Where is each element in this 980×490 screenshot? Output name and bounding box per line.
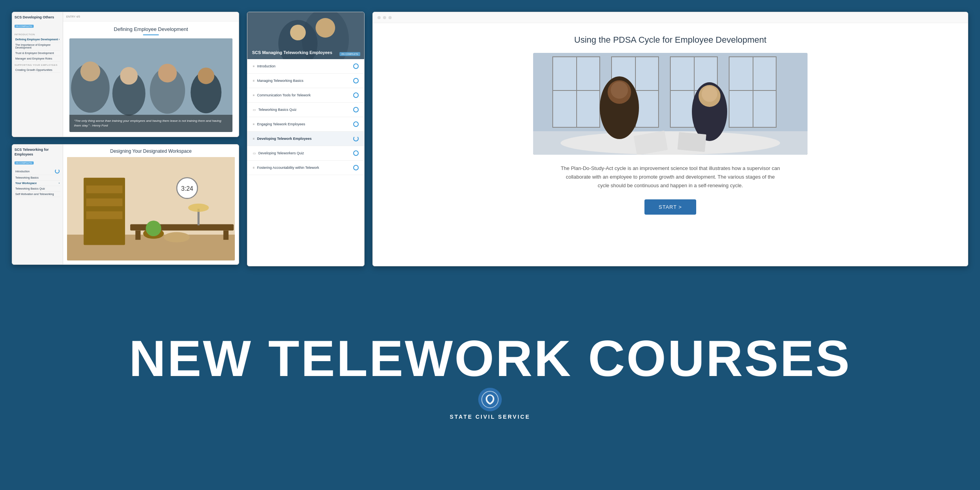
sidebar-item-creating[interactable]: Creating Growth Opportunities [15, 67, 60, 73]
browser-dot-2 [383, 16, 386, 19]
mid-menu-icon-quiz2: ▭ [253, 152, 256, 155]
sidebar-teleworking: SCS Teleworking for Employees IN COMPLET… [12, 145, 63, 264]
svg-point-22 [188, 204, 209, 212]
badge-developing: IN COMPLETE [15, 25, 34, 28]
main-developing-others: ENTRY 4/5 Defining Employee Development [63, 12, 239, 137]
indicator-accountability [353, 165, 359, 170]
svg-rect-44 [729, 90, 776, 91]
mid-menu-item-intro[interactable]: ≡ Introduction [247, 59, 364, 74]
mid-menu-icon-quiz1: ▭ [253, 108, 256, 112]
slide-image-developing: "The only thing worse than training your… [69, 38, 232, 132]
sidebar-item-quiz-tele[interactable]: Teleworking Basics Quiz [15, 186, 60, 192]
sidebar-item-basics-tele[interactable]: Teleworking Basics [15, 175, 60, 181]
mid-menu-icon-engaging: ≡ [253, 123, 255, 126]
mid-menu-icon-basics: ≡ [253, 79, 255, 83]
mid-menu-item-developing[interactable]: ≡ Developing Telework Employees [247, 132, 364, 146]
sidebar-item-workspace[interactable]: Your Workspace › [15, 181, 60, 186]
main-container: SCS Developing Others IN COMPLETE INTROD… [0, 0, 980, 490]
indicator-basics [353, 78, 359, 83]
right-header-bar [373, 12, 968, 23]
mid-menu: ≡ Introduction ≡ Managing Teleworking Ba… [247, 59, 364, 266]
start-button[interactable]: START > [644, 199, 696, 215]
screenshot-developing-others: SCS Developing Others IN COMPLETE INTROD… [12, 12, 239, 137]
sidebar-item-motivation[interactable]: Self Motivation and Teleworking [15, 192, 60, 197]
scs-logo-inner [481, 391, 499, 408]
svg-point-30 [290, 25, 306, 40]
scs-logo-circle [478, 388, 502, 411]
sidebar-item-importance[interactable]: The Importance of Employee Development [15, 42, 60, 51]
mid-menu-icon-intro: ≡ [253, 65, 255, 68]
svg-point-2 [80, 61, 100, 81]
right-column: Using the PDSA Cycle for Employee Develo… [372, 12, 968, 266]
sidebar-item-trust[interactable]: Trust & Employee Development [15, 51, 60, 56]
mid-course-title: SCS Managing Teleworking Employees [252, 50, 332, 55]
browser-dot-3 [388, 16, 392, 19]
pdsa-title: Using the PDSA Cycle for Employee Develo… [574, 35, 766, 45]
content-developing: Defining Employee Development [63, 22, 239, 137]
sidebar-item-defining[interactable]: Defining Employee Development › [15, 37, 60, 42]
badge-teleworking: IN COMPLETE [15, 161, 34, 165]
svg-point-45 [561, 131, 780, 155]
title-underline [143, 34, 159, 35]
svg-point-24 [146, 221, 162, 236]
sidebar-title-teleworking: SCS Teleworking for Employees [15, 148, 60, 157]
svg-rect-14 [86, 199, 122, 206]
svg-point-48 [611, 81, 628, 99]
workspace-title: Designing Your Designated Workspace [110, 148, 192, 154]
screenshot-teleworking-employees: SCS Teleworking for Employees IN COMPLET… [12, 144, 239, 265]
indicator-engaging [353, 121, 359, 127]
workspace-image: 3:24 [67, 157, 235, 260]
mid-menu-icon-comms: ≡ [253, 94, 255, 97]
sidebar-item-intro-tele[interactable]: Introduction [15, 168, 60, 175]
svg-point-8 [198, 68, 214, 84]
screenshot-managing-telework: SCS Managing Teleworking Employees 0% CO… [247, 12, 365, 266]
indicator-quiz1 [353, 107, 359, 112]
mid-course-badge: 0% COMPLETE [339, 52, 360, 56]
mid-menu-icon-accountability: ≡ [253, 166, 255, 170]
mid-menu-item-quiz2[interactable]: ▭ Developing Teleworkers Quiz [247, 146, 364, 161]
bottom-banner: NEW TELEWORK COURSES STATE CIVIL SERVICE [0, 266, 980, 490]
sidebar-title-developing: SCS Developing Others [15, 15, 60, 20]
mid-menu-item-engaging[interactable]: ≡ Engaging Telework Employees [247, 117, 364, 132]
section-label-supporting: SUPPORTING YOUR EMPLOYEES [15, 64, 60, 66]
svg-rect-53 [677, 132, 706, 152]
svg-rect-19 [135, 230, 140, 240]
mid-menu-icon-developing: ≡ [253, 137, 255, 141]
screenshot-pdsa: Using the PDSA Cycle for Employee Develo… [372, 12, 968, 266]
quote-overlay: "The only thing worse than training your… [69, 115, 232, 132]
indicator-quiz2 [353, 150, 359, 156]
svg-rect-34 [576, 57, 577, 127]
sidebar-item-manager[interactable]: Manager and Employee Roles [15, 56, 60, 61]
left-column: SCS Developing Others IN COMPLETE INTROD… [12, 12, 239, 266]
svg-text:3:24: 3:24 [181, 185, 193, 192]
svg-rect-13 [86, 186, 122, 193]
svg-point-28 [316, 18, 335, 38]
mid-menu-item-comms[interactable]: ≡ Communication Tools for Telework [247, 88, 364, 103]
section-label-intro: INTRODUCTION [15, 33, 60, 36]
svg-rect-43 [753, 57, 753, 127]
middle-column: SCS Managing Teleworking Employees 0% CO… [247, 12, 365, 266]
pdsa-image [533, 53, 808, 155]
svg-point-51 [702, 86, 717, 102]
svg-point-4 [120, 67, 138, 85]
banner-title: NEW TELEWORK COURSES [129, 333, 851, 384]
svg-rect-15 [86, 212, 122, 219]
browser-dot-1 [377, 16, 381, 19]
pdsa-description: The Plan-Do-Study-Act cycle is an improv… [561, 164, 780, 190]
indicator-intro [353, 63, 359, 69]
svg-rect-18 [130, 224, 234, 231]
indicator-comms [353, 92, 359, 98]
svg-rect-35 [553, 90, 600, 91]
svg-point-6 [158, 64, 177, 83]
sidebar-developing-others: SCS Developing Others IN COMPLETE INTROD… [12, 12, 63, 137]
scs-label: STATE CIVIL SERVICE [450, 414, 530, 420]
main-workspace: Designing Your Designated Workspace [63, 145, 239, 264]
right-content: Using the PDSA Cycle for Employee Develo… [373, 23, 968, 266]
mid-menu-item-accountability[interactable]: ≡ Fostering Accountability within Telewo… [247, 161, 364, 175]
mid-menu-item-quiz1[interactable]: ▭ Teleworking Basics Quiz [247, 103, 364, 117]
banner-logo-area: STATE CIVIL SERVICE [450, 388, 530, 420]
mid-header: SCS Managing Teleworking Employees 0% CO… [247, 12, 364, 59]
screenshots-area: SCS Developing Others IN COMPLETE INTROD… [0, 0, 980, 266]
svg-point-25 [164, 232, 190, 242]
mid-menu-item-basics[interactable]: ≡ Managing Teleworking Basics [247, 74, 364, 88]
